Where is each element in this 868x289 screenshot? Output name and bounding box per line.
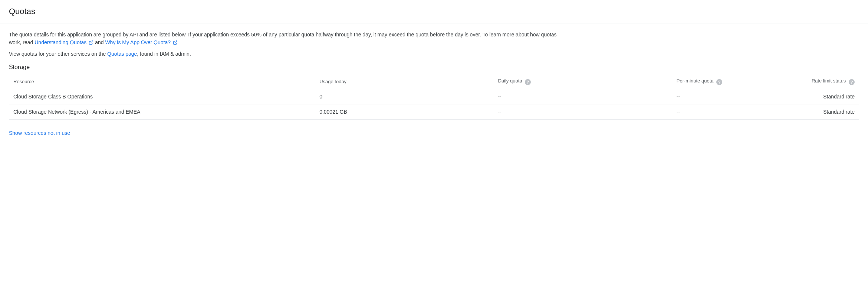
header-bar: Quotas <box>0 0 868 23</box>
link-text: Why is My App Over Quota? <box>105 39 171 45</box>
help-icon[interactable]: ? <box>716 79 722 85</box>
over-quota-link[interactable]: Why is My App Over Quota? <box>105 39 178 45</box>
description-paragraph-2: View quotas for your other services on t… <box>9 50 859 58</box>
cell-usage: 0 <box>315 89 493 104</box>
cell-resource: Cloud Storage Network (Egress) - America… <box>9 104 315 120</box>
cell-rate: Standard rate <box>774 89 859 104</box>
cell-daily: -- <box>493 104 672 120</box>
col-header-per-minute: Per-minute quota ? <box>672 74 774 89</box>
section-title-storage: Storage <box>9 64 859 71</box>
external-link-icon <box>173 39 178 47</box>
description-paragraph-1: The quota details for this application a… <box>9 31 565 47</box>
cell-rate: Standard rate <box>774 104 859 120</box>
col-header-rate-label: Rate limit status <box>812 78 846 84</box>
col-header-daily: Daily quota ? <box>493 74 672 89</box>
external-link-icon <box>89 39 93 47</box>
show-resources-not-in-use-link[interactable]: Show resources not in use <box>9 130 70 136</box>
help-icon[interactable]: ? <box>525 79 531 85</box>
description-line2-text1: View quotas for your other services on t… <box>9 51 107 57</box>
cell-resource: Cloud Storage Class B Operations <box>9 89 315 104</box>
understanding-quotas-link[interactable]: Understanding Quotas <box>34 39 93 45</box>
quotas-page-link[interactable]: Quotas page <box>107 51 137 57</box>
cell-per-minute: -- <box>672 104 774 120</box>
col-header-per-minute-label: Per-minute quota <box>677 78 714 84</box>
col-header-daily-label: Daily quota <box>498 78 522 84</box>
col-header-usage: Usage today <box>315 74 493 89</box>
table-header-row: Resource Usage today Daily quota ? Per-m… <box>9 74 859 89</box>
page-title: Quotas <box>9 7 859 16</box>
table-row: Cloud Storage Network (Egress) - America… <box>9 104 859 120</box>
content-area: The quota details for this application a… <box>0 23 868 143</box>
cell-usage: 0.00021 GB <box>315 104 493 120</box>
svg-line-1 <box>175 41 177 43</box>
col-header-rate: Rate limit status ? <box>774 74 859 89</box>
description-line2-text2: , found in IAM & admin. <box>137 51 191 57</box>
cell-per-minute: -- <box>672 89 774 104</box>
svg-line-0 <box>91 41 93 43</box>
help-icon[interactable]: ? <box>849 79 855 85</box>
quotas-table: Resource Usage today Daily quota ? Per-m… <box>9 74 859 120</box>
link-text: Understanding Quotas <box>34 39 86 45</box>
cell-daily: -- <box>493 89 672 104</box>
description-text-2: and <box>95 39 105 45</box>
col-header-resource: Resource <box>9 74 315 89</box>
table-row: Cloud Storage Class B Operations0----Sta… <box>9 89 859 104</box>
